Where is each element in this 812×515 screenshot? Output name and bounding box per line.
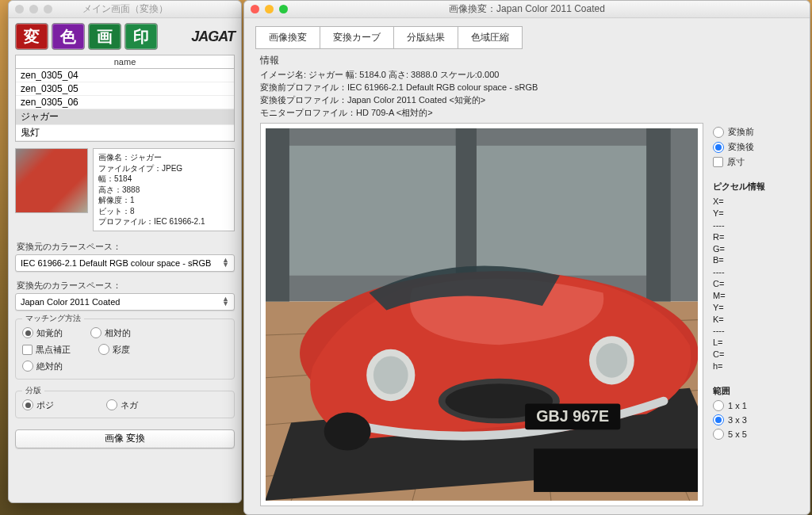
radio-icon	[713, 400, 724, 411]
info-line: イメージ名: ジャガー 幅: 5184.0 高さ: 3888.0 スケール:0.…	[260, 69, 794, 82]
src-space-value: IEC 61966-2.1 Default RGB colour space -…	[21, 258, 211, 268]
src-space-select[interactable]: IEC 61966-2.1 Default RGB colour space -…	[15, 254, 235, 272]
matching-group: マッチング方法 知覚的 相対的 黒点補正 彩度 絶対的	[15, 319, 235, 380]
range-5x5[interactable]: 5 x 5	[713, 429, 802, 440]
svg-point-23	[596, 343, 627, 378]
radio-icon	[98, 344, 109, 355]
convert-button[interactable]: 画像 変換	[15, 429, 235, 448]
sep-negative[interactable]: ネガ	[106, 399, 170, 411]
radio-icon	[713, 142, 724, 153]
window-lights-right[interactable]	[251, 5, 288, 13]
toolbar-btn-print[interactable]: 印	[124, 23, 158, 50]
window-title-left: メイン画面（変換）	[82, 2, 168, 16]
window-title-right: 画像換変：Japan Color 2011 Coated	[449, 2, 605, 16]
meta-line: 解像度：1	[98, 195, 229, 206]
radio-icon	[22, 360, 33, 372]
black-point-check[interactable]: 黒点補正	[22, 344, 94, 356]
main-window: メイン画面（変換） 変 色 画 印 JAGAT name zen_0305_04…	[8, 0, 242, 503]
list-item[interactable]: zen_0305_05	[16, 82, 234, 96]
radio-icon	[106, 399, 117, 410]
meta-line: ファイルタイプ：JPEG	[98, 163, 229, 174]
list-item[interactable]: 石楠花	[16, 141, 234, 142]
dst-space-value: Japan Color 2011 Coated	[21, 297, 120, 307]
matching-label: マッチング方法	[22, 313, 84, 324]
close-icon[interactable]	[15, 5, 24, 13]
svg-rect-16	[534, 448, 698, 492]
toolbar: 変 色 画 印 JAGAT	[9, 18, 241, 55]
info-line: 変換後プロファイル：Japan Color 2011 Coated <知覚的>	[260, 94, 794, 107]
svg-rect-10	[266, 128, 289, 302]
pixel-info: X=Y=----R=G=B=----C=M=Y=K=----L=C=h=	[713, 196, 802, 372]
preview-window: 画像換変：Japan Color 2011 Coated 画像換変 変換カーブ …	[243, 0, 810, 515]
zoom-icon[interactable]	[44, 5, 52, 13]
list-item[interactable]: 鬼灯	[16, 125, 234, 141]
meta-line: プロファイル：IEC 61966-2.1	[98, 216, 229, 227]
match-perceptual[interactable]: 知覚的	[22, 327, 86, 339]
radio-icon	[90, 327, 102, 338]
view-original-size[interactable]: 原寸	[713, 156, 802, 168]
svg-rect-13	[289, 146, 456, 276]
image-meta: 画像名：ジャガー ファイルタイプ：JPEG 幅：5184 高さ：3888 解像度…	[93, 148, 235, 231]
meta-line: 高さ：3888	[98, 185, 229, 196]
radio-icon	[22, 327, 33, 338]
preview-area[interactable]: GBJ 967E	[260, 123, 703, 506]
thumbnail[interactable]	[15, 148, 88, 213]
tabs: 画像換変 変換カーブ 分版結果 色域圧縮	[244, 18, 810, 54]
tab-image-convert[interactable]: 画像換変	[255, 26, 320, 49]
list-header[interactable]: name	[15, 55, 235, 69]
meta-line: 画像名：ジャガー	[98, 152, 229, 163]
dst-space-select[interactable]: Japan Color 2011 Coated ▲▼	[15, 293, 235, 311]
pixel-info-heading: ピクセル情報	[713, 181, 802, 193]
list-item[interactable]: zen_0305_04	[16, 69, 234, 82]
tab-gamut-compression[interactable]: 色域圧縮	[458, 26, 523, 49]
radio-icon	[713, 414, 724, 425]
side-panel: 変換前 変換後 原寸 ピクセル情報 X=Y=----R=G=B=----C=M=…	[713, 123, 802, 506]
match-relative[interactable]: 相対的	[90, 327, 154, 339]
src-space-label: 変換元のカラースペース：	[17, 241, 233, 253]
chevron-updown-icon: ▲▼	[222, 297, 229, 306]
range-heading: 範囲	[713, 385, 802, 397]
thumbnail-row: 画像名：ジャガー ファイルタイプ：JPEG 幅：5184 高さ：3888 解像度…	[15, 148, 235, 231]
image-list[interactable]: zen_0305_04 zen_0305_05 zen_0305_06 ジャガー…	[15, 69, 235, 142]
titlebar-right[interactable]: 画像換変：Japan Color 2011 Coated	[244, 1, 810, 18]
info-heading: 情報	[260, 54, 794, 67]
svg-rect-14	[477, 146, 646, 276]
toolbar-btn-color[interactable]: 色	[52, 23, 85, 50]
toolbar-btn-convert[interactable]: 変	[15, 23, 48, 50]
info-line: 変換前プロファイル：IEC 61966-2.1 Default RGB colo…	[260, 82, 794, 94]
match-absolute[interactable]: 絶対的	[22, 360, 86, 372]
list-item[interactable]: zen_0305_06	[16, 96, 234, 109]
svg-point-21	[373, 357, 408, 395]
info-line: モニタープロファイル：HD 709-A <相対的>	[260, 107, 794, 120]
minimize-icon[interactable]	[265, 5, 274, 13]
license-plate: GBJ 967E	[536, 408, 609, 425]
separation-label: 分版	[22, 385, 44, 396]
radio-icon	[22, 399, 33, 410]
range-3x3[interactable]: 3 x 3	[713, 414, 802, 425]
list-item[interactable]: ジャガー	[16, 109, 234, 125]
range-1x1[interactable]: 1 x 1	[713, 400, 802, 411]
info-block: 情報 イメージ名: ジャガー 幅: 5184.0 高さ: 3888.0 スケール…	[244, 54, 810, 123]
view-after[interactable]: 変換後	[713, 141, 802, 153]
dst-space-label: 変換先のカラースペース：	[17, 280, 233, 292]
sep-positive[interactable]: ポジ	[22, 399, 102, 411]
radio-icon	[713, 127, 724, 138]
svg-rect-12	[646, 128, 671, 302]
chevron-updown-icon: ▲▼	[222, 258, 229, 267]
tab-convert-curve[interactable]: 変換カーブ	[320, 26, 394, 49]
logo: JAGAT	[191, 29, 235, 45]
toolbar-btn-image[interactable]: 画	[88, 23, 121, 50]
checkbox-icon	[713, 157, 723, 167]
titlebar-left[interactable]: メイン画面（変換）	[9, 1, 241, 18]
window-lights-left[interactable]	[15, 5, 52, 13]
tab-separation-result[interactable]: 分版結果	[394, 26, 458, 49]
match-saturation[interactable]: 彩度	[98, 344, 162, 356]
meta-line: 幅：5184	[98, 174, 229, 185]
zoom-icon[interactable]	[279, 5, 288, 13]
minimize-icon[interactable]	[29, 5, 38, 13]
view-before[interactable]: 変換前	[713, 126, 802, 138]
close-icon[interactable]	[251, 5, 259, 13]
preview-image: GBJ 967E	[266, 128, 698, 501]
radio-icon	[713, 429, 724, 440]
checkbox-icon	[22, 345, 33, 355]
